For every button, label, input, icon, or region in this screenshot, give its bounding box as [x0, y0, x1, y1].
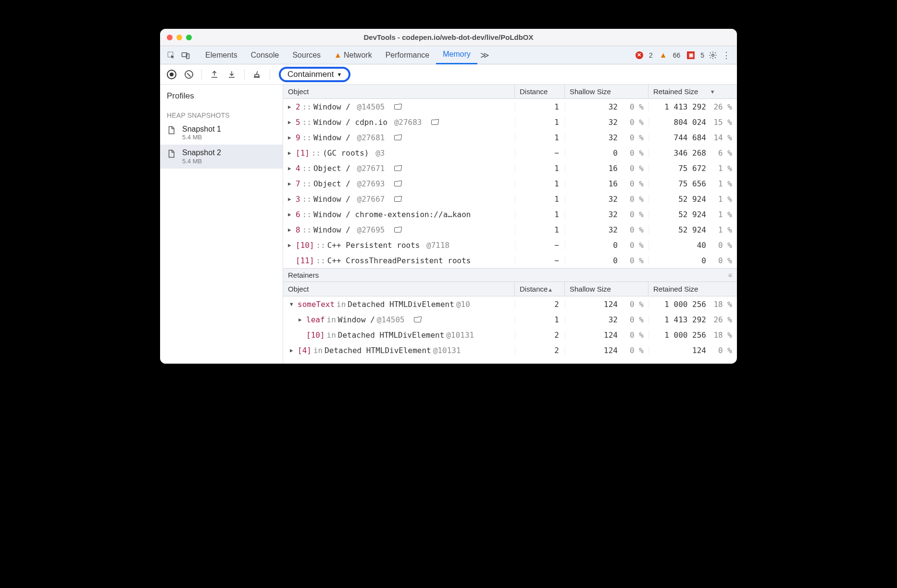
message-count: 5 — [700, 51, 704, 59]
col-shallow[interactable]: Shallow Size — [565, 282, 648, 296]
snapshot-size: 5.4 MB — [182, 134, 221, 141]
perspective-select[interactable]: Containment ▼ — [279, 67, 350, 82]
table-row[interactable]: ▶[10] :: C++ Persistent roots @7118−00 %… — [283, 237, 737, 253]
table-row[interactable]: [10] in Detached HTMLDivElement @1013121… — [283, 327, 737, 343]
table-row[interactable]: ▶[1] :: (GC roots) @3−00 %346 2686 % — [283, 145, 737, 160]
col-retained[interactable]: Retained Size ▼ — [648, 85, 737, 98]
expand-toggle[interactable]: ▶ — [288, 165, 294, 172]
tab-icon — [394, 166, 401, 171]
kebab-menu-icon[interactable]: ⋮ — [720, 50, 733, 61]
heap-table-area: Object Distance Shallow Size Retained Si… — [283, 85, 737, 364]
menu-icon[interactable]: ≡ — [728, 271, 732, 279]
tab-icon — [414, 317, 421, 322]
table-row[interactable]: ▶6 :: Window / chrome-extension://a…kaon… — [283, 207, 737, 222]
warning-icon: ▲ — [334, 51, 342, 60]
warning-count: 66 — [673, 51, 681, 59]
columns-header[interactable]: Object Distance Shallow Size Retained Si… — [283, 85, 737, 99]
table-row[interactable]: ▼someText in Detached HTMLDivElement @10… — [283, 296, 737, 312]
window-title: DevTools - codepen.io/web-dot-dev/live/P… — [160, 33, 737, 41]
expand-toggle[interactable]: ▶ — [288, 119, 294, 125]
tab-icon — [394, 227, 401, 233]
heap-rows[interactable]: ▶2 :: Window / @14505 1320 %1 413 29226 … — [283, 99, 737, 268]
status-badges[interactable]: ✕2 ▲66 ▣5 — [635, 51, 706, 60]
expand-toggle[interactable]: ▶ — [288, 211, 294, 218]
expand-toggle[interactable]: ▶ — [288, 227, 294, 233]
retainers-rows[interactable]: ▼someText in Detached HTMLDivElement @10… — [283, 296, 737, 358]
device-toolbar-icon[interactable] — [178, 48, 193, 62]
profiles-sidebar: Profiles HEAP SNAPSHOTS Snapshot 1 5.4 M… — [160, 85, 283, 364]
tab-console[interactable]: Console — [244, 46, 286, 64]
expand-toggle[interactable]: ▶ — [288, 150, 294, 156]
table-row[interactable]: ▶leaf in Window / @14505 1320 %1 413 292… — [283, 312, 737, 327]
titlebar: DevTools - codepen.io/web-dot-dev/live/P… — [160, 29, 737, 46]
tab-icon — [394, 181, 401, 186]
tab-sources[interactable]: Sources — [286, 46, 327, 64]
expand-toggle[interactable]: ▶ — [290, 347, 296, 354]
inspect-element-icon[interactable] — [164, 48, 178, 62]
expand-toggle[interactable]: ▶ — [288, 104, 294, 110]
more-tabs-button[interactable]: ≫ — [477, 50, 492, 61]
clear-button[interactable] — [182, 68, 196, 81]
record-button[interactable] — [165, 68, 178, 81]
retainers-columns-header[interactable]: Object Distance▲ Shallow Size Retained S… — [283, 282, 737, 296]
table-row[interactable]: ▶7 :: Object / @27693 1160 %75 6561 % — [283, 176, 737, 191]
perspective-select-label: Containment — [287, 70, 334, 79]
col-retained[interactable]: Retained Size — [648, 282, 737, 296]
error-count: 2 — [649, 51, 653, 59]
table-row[interactable]: ▶2 :: Window / @14505 1320 %1 413 29226 … — [283, 99, 737, 114]
expand-toggle[interactable]: ▶ — [299, 317, 304, 323]
expand-toggle[interactable]: ▼ — [290, 301, 296, 307]
error-icon: ✕ — [635, 51, 643, 59]
chevron-down-icon: ▼ — [336, 72, 342, 77]
snapshot-name: Snapshot 2 — [182, 148, 221, 157]
col-distance[interactable]: Distance▲ — [515, 282, 565, 296]
col-shallow[interactable]: Shallow Size — [565, 85, 648, 98]
tab-icon — [394, 135, 401, 140]
main-tabstrip: Elements Console Sources ▲Network Perfor… — [160, 46, 737, 64]
table-row[interactable]: ▶8 :: Window / @27695 1320 %52 9241 % — [283, 222, 737, 237]
table-row[interactable]: [11] :: C++ CrossThreadPersistent roots−… — [283, 253, 737, 268]
table-row[interactable]: ▶9 :: Window / @27681 1320 %744 68414 % — [283, 130, 737, 145]
sidebar-group-label: HEAP SNAPSHOTS — [160, 106, 283, 121]
retainers-header[interactable]: Retainers ≡ — [283, 268, 737, 282]
expand-toggle[interactable]: ▶ — [288, 135, 294, 141]
message-icon: ▣ — [687, 51, 695, 59]
col-distance[interactable]: Distance — [515, 85, 565, 98]
snapshot-item[interactable]: Snapshot 1 5.4 MB — [160, 121, 283, 145]
tab-performance[interactable]: Performance — [379, 46, 436, 64]
table-row[interactable]: ▶4 :: Object / @27671 1160 %75 6721 % — [283, 160, 737, 176]
snapshot-file-icon — [167, 125, 177, 136]
snapshot-size: 5.4 MB — [182, 158, 221, 165]
tab-icon — [394, 196, 401, 202]
sidebar-title: Profiles — [160, 85, 283, 106]
memory-toolbar: Containment ▼ — [160, 64, 737, 85]
import-icon[interactable] — [225, 68, 238, 81]
snapshot-item[interactable]: Snapshot 2 5.4 MB — [160, 145, 283, 168]
sort-desc-icon: ▼ — [710, 89, 715, 95]
panel-tabs: Elements Console Sources ▲Network Perfor… — [199, 46, 492, 64]
warning-icon: ▲ — [660, 51, 667, 60]
svg-point-3 — [712, 54, 714, 56]
tab-network[interactable]: ▲Network — [327, 46, 379, 64]
tab-icon — [394, 104, 401, 110]
snapshot-name: Snapshot 1 — [182, 125, 221, 134]
gc-broom-icon[interactable] — [250, 68, 264, 81]
expand-toggle[interactable]: ▶ — [288, 242, 294, 248]
col-object[interactable]: Object — [283, 282, 515, 296]
settings-icon[interactable] — [706, 51, 720, 60]
snapshot-file-icon — [167, 148, 177, 159]
table-row[interactable]: ▶5 :: Window / cdpn.io @27683 1320 %804 … — [283, 114, 737, 130]
expand-toggle[interactable]: ▶ — [288, 196, 294, 202]
devtools-window: DevTools - codepen.io/web-dot-dev/live/P… — [160, 29, 737, 364]
tab-icon — [431, 120, 438, 125]
tab-memory[interactable]: Memory — [436, 46, 477, 64]
table-row[interactable]: ▶[4] in Detached HTMLDivElement @1013121… — [283, 343, 737, 358]
tab-elements[interactable]: Elements — [199, 46, 244, 64]
sort-asc-icon: ▲ — [548, 287, 553, 293]
export-icon[interactable] — [208, 68, 221, 81]
col-object[interactable]: Object — [283, 85, 515, 98]
expand-toggle[interactable]: ▶ — [288, 181, 294, 187]
table-row[interactable]: ▶3 :: Window / @27667 1320 %52 9241 % — [283, 191, 737, 207]
